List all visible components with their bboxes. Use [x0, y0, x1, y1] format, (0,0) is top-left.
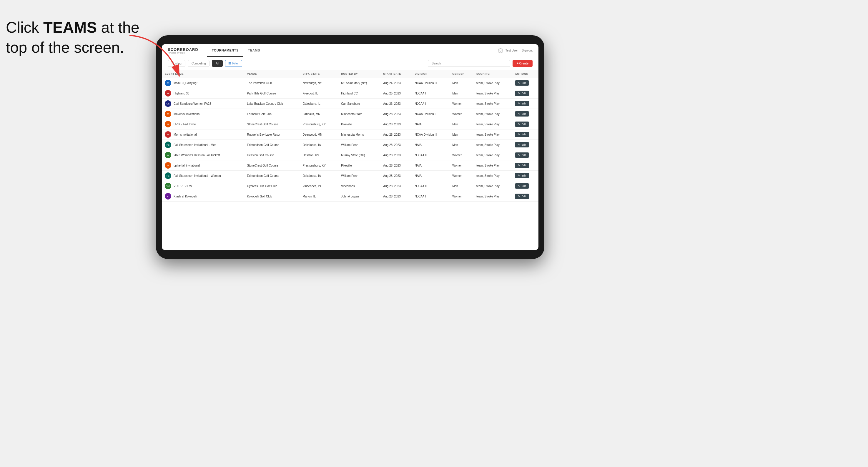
- cell-actions: ✎ Edit: [512, 129, 538, 140]
- cell-venue: StoneCrest Golf Course: [244, 160, 300, 171]
- cell-division: NAIA: [412, 160, 449, 171]
- edit-button-1[interactable]: ✎ Edit: [515, 91, 529, 96]
- table-row: CS Carl Sandburg Women FA23 Lake Bracken…: [162, 99, 538, 109]
- col-hosted-by: HOSTED BY: [338, 70, 380, 78]
- cell-hosted-by: Pikeville: [338, 160, 380, 171]
- cell-actions: ✎ Edit: [512, 181, 538, 191]
- nav-user: Test User |: [505, 49, 520, 52]
- cell-start-date: Aug 28, 2023: [380, 171, 412, 181]
- cell-actions: ✎ Edit: [512, 119, 538, 129]
- cell-venue: Edmundson Golf Course: [244, 171, 300, 181]
- cell-event-name: W 2023 Women's Hesston Fall Kickoff: [162, 150, 244, 160]
- table-row: K Klash at Kokopelli Kokopelli Golf Club…: [162, 191, 538, 201]
- cell-division: NJCAA II: [412, 150, 449, 160]
- cell-venue: Lake Bracken Country Club: [244, 99, 300, 109]
- all-button[interactable]: All: [212, 60, 223, 67]
- cell-event-name: H Highland 36: [162, 88, 244, 99]
- edit-icon: ✎: [518, 92, 520, 95]
- cell-event-name: CS Carl Sandburg Women FA23: [162, 99, 244, 109]
- cell-division: NAIA: [412, 140, 449, 150]
- cell-gender: Men: [449, 140, 473, 150]
- cell-city-state: Prestonsburg, KY: [300, 160, 338, 171]
- cell-scoring: team, Stroke Play: [473, 119, 512, 129]
- edit-icon: ✎: [518, 154, 520, 157]
- cell-city-state: Freeport, IL: [300, 88, 338, 99]
- cell-hosted-by: Highland CC: [338, 88, 380, 99]
- col-actions: ACTIONS: [512, 70, 538, 78]
- cell-division: NJCAA I: [412, 99, 449, 109]
- event-name-text: Carl Sandburg Women FA23: [174, 102, 211, 105]
- cell-scoring: team, Stroke Play: [473, 150, 512, 160]
- cell-city-state: Prestonsburg, KY: [300, 119, 338, 129]
- edit-button-6[interactable]: ✎ Edit: [515, 142, 529, 148]
- cell-scoring: team, Stroke Play: [473, 181, 512, 191]
- team-logo: M: [165, 131, 171, 138]
- edit-button-4[interactable]: ✎ Edit: [515, 122, 529, 127]
- cell-gender: Men: [449, 119, 473, 129]
- cell-start-date: Aug 28, 2023: [380, 181, 412, 191]
- edit-button-11[interactable]: ✎ Edit: [515, 194, 529, 199]
- edit-button-3[interactable]: ✎ Edit: [515, 111, 529, 117]
- table-row: U upike fall invitational StoneCrest Gol…: [162, 160, 538, 171]
- edit-icon: ✎: [518, 133, 520, 136]
- cell-gender: Men: [449, 78, 473, 88]
- cell-hosted-by: Mt. Saint Mary (NY): [338, 78, 380, 88]
- edit-icon: ✎: [518, 113, 520, 115]
- cell-hosted-by: Carl Sandburg: [338, 99, 380, 109]
- cell-city-state: Vincennes, IN: [300, 181, 338, 191]
- cell-event-name: VU VU PREVIEW: [162, 181, 244, 191]
- cell-venue: Park Hills Golf Course: [244, 88, 300, 99]
- cell-city-state: Marion, IL: [300, 191, 338, 201]
- event-name-text: Morris Invitational: [174, 133, 196, 136]
- edit-button-2[interactable]: ✎ Edit: [515, 101, 529, 106]
- cell-start-date: Aug 24, 2023: [380, 78, 412, 88]
- event-name-text: Maverick Invitational: [174, 113, 200, 116]
- cell-gender: Men: [449, 129, 473, 140]
- team-logo: W: [165, 152, 171, 158]
- navbar: SCOREBOARD Powered by clippi TOURNAMENTS…: [162, 44, 538, 57]
- cell-hosted-by: William Penn: [338, 140, 380, 150]
- edit-button-10[interactable]: ✎ Edit: [515, 183, 529, 189]
- edit-icon: ✎: [518, 123, 520, 126]
- edit-button-8[interactable]: ✎ Edit: [515, 163, 529, 168]
- tab-tournaments[interactable]: TOURNAMENTS: [207, 44, 243, 57]
- edit-button-0[interactable]: ✎ Edit: [515, 80, 529, 86]
- edit-icon: ✎: [518, 174, 520, 177]
- create-button[interactable]: + Create: [513, 60, 533, 67]
- cell-gender: Men: [449, 181, 473, 191]
- event-name-text: UPIKE Fall Invite: [174, 123, 196, 126]
- edit-button-7[interactable]: ✎ Edit: [515, 152, 529, 158]
- cell-event-name: M Maverick Invitational: [162, 109, 244, 119]
- cell-start-date: Aug 28, 2023: [380, 140, 412, 150]
- cell-scoring: team, Stroke Play: [473, 171, 512, 181]
- edit-icon: ✎: [518, 82, 520, 85]
- cell-event-name: U UPIKE Fall Invite: [162, 119, 244, 129]
- edit-icon: ✎: [518, 143, 520, 146]
- table-row: M MSMC Qualifying 1 The Powelton Club Ne…: [162, 78, 538, 88]
- table-row: U UPIKE Fall Invite StoneCrest Golf Cour…: [162, 119, 538, 129]
- cell-actions: ✎ Edit: [512, 109, 538, 119]
- nav-right: Test User | Sign out: [498, 48, 533, 53]
- tablet-frame: SCOREBOARD Powered by clippi TOURNAMENTS…: [156, 35, 544, 259]
- cell-scoring: team, Stroke Play: [473, 140, 512, 150]
- cell-venue: Kokopelli Golf Club: [244, 191, 300, 201]
- cell-gender: Women: [449, 171, 473, 181]
- nav-signout[interactable]: Sign out: [522, 49, 533, 52]
- svg-point-1: [500, 50, 501, 51]
- edit-button-5[interactable]: ✎ Edit: [515, 132, 529, 137]
- tournaments-table: EVENT NAME VENUE CITY, STATE HOSTED BY S…: [162, 70, 538, 201]
- gear-icon[interactable]: [498, 48, 503, 53]
- tab-teams[interactable]: TEAMS: [243, 44, 265, 57]
- cell-hosted-by: Minnesota State: [338, 109, 380, 119]
- table-row: H Highland 36 Park Hills Golf Course Fre…: [162, 88, 538, 99]
- cell-city-state: Oskaloosa, IA: [300, 171, 338, 181]
- filter-button[interactable]: ☰ Filter: [225, 60, 242, 67]
- event-name-text: Highland 36: [174, 92, 189, 95]
- cell-venue: Faribault Golf Club: [244, 109, 300, 119]
- search-input[interactable]: [428, 60, 510, 67]
- cell-start-date: Aug 28, 2023: [380, 109, 412, 119]
- tablet-screen: SCOREBOARD Powered by clippi TOURNAMENTS…: [162, 44, 538, 250]
- cell-gender: Women: [449, 109, 473, 119]
- cell-scoring: team, Stroke Play: [473, 160, 512, 171]
- edit-button-9[interactable]: ✎ Edit: [515, 173, 529, 178]
